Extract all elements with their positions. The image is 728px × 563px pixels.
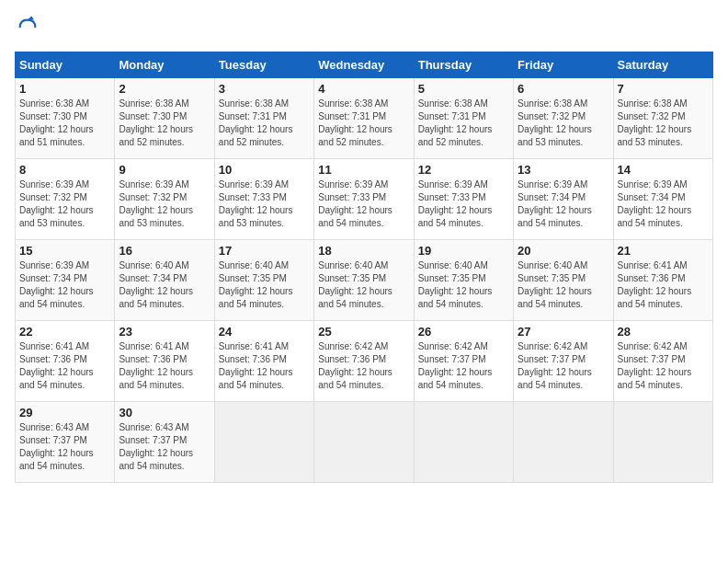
day-number: 27 — [518, 325, 609, 339]
day-details: Sunrise: 6:42 AM Sunset: 7:36 PM Dayligh… — [318, 340, 409, 392]
header-saturday: Saturday — [613, 52, 712, 78]
day-number: 10 — [219, 163, 310, 177]
calendar-day-cell: 17 Sunrise: 6:40 AM Sunset: 7:35 PM Dayl… — [214, 240, 313, 321]
day-details: Sunrise: 6:38 AM Sunset: 7:30 PM Dayligh… — [119, 98, 210, 149]
day-number: 16 — [119, 244, 210, 258]
calendar-day-cell: 29 Sunrise: 6:43 AM Sunset: 7:37 PM Dayl… — [16, 402, 115, 483]
day-details: Sunrise: 6:38 AM Sunset: 7:31 PM Dayligh… — [418, 98, 509, 149]
calendar-day-cell: 25 Sunrise: 6:42 AM Sunset: 7:36 PM Dayl… — [314, 321, 414, 402]
page-header — [15, 15, 713, 40]
day-number: 5 — [418, 82, 509, 96]
day-details: Sunrise: 6:40 AM Sunset: 7:35 PM Dayligh… — [418, 259, 509, 311]
day-details: Sunrise: 6:38 AM Sunset: 7:31 PM Dayligh… — [219, 98, 310, 149]
header-friday: Friday — [514, 52, 613, 78]
header-thursday: Thursday — [414, 52, 513, 78]
day-details: Sunrise: 6:42 AM Sunset: 7:37 PM Dayligh… — [618, 340, 709, 392]
calendar-day-cell: 18 Sunrise: 6:40 AM Sunset: 7:35 PM Dayl… — [314, 240, 414, 321]
calendar-day-cell: 30 Sunrise: 6:43 AM Sunset: 7:37 PM Dayl… — [115, 402, 214, 483]
day-details: Sunrise: 6:38 AM Sunset: 7:31 PM Dayligh… — [318, 98, 409, 149]
day-details: Sunrise: 6:38 AM Sunset: 7:32 PM Dayligh… — [618, 98, 709, 149]
day-number: 25 — [318, 325, 409, 339]
calendar-day-cell: 24 Sunrise: 6:41 AM Sunset: 7:36 PM Dayl… — [214, 321, 313, 402]
calendar-day-cell — [613, 402, 712, 483]
day-details: Sunrise: 6:43 AM Sunset: 7:37 PM Dayligh… — [119, 421, 210, 473]
day-details: Sunrise: 6:40 AM Sunset: 7:34 PM Dayligh… — [119, 259, 210, 311]
day-number: 26 — [418, 325, 509, 339]
calendar-week-row: 15 Sunrise: 6:39 AM Sunset: 7:34 PM Dayl… — [16, 240, 713, 321]
day-number: 2 — [119, 82, 210, 96]
calendar-day-cell: 5 Sunrise: 6:38 AM Sunset: 7:31 PM Dayli… — [414, 78, 513, 159]
calendar-day-cell: 6 Sunrise: 6:38 AM Sunset: 7:32 PM Dayli… — [514, 78, 613, 159]
calendar-day-cell — [314, 402, 414, 483]
calendar-week-row: 1 Sunrise: 6:38 AM Sunset: 7:30 PM Dayli… — [16, 78, 713, 159]
day-details: Sunrise: 6:41 AM Sunset: 7:36 PM Dayligh… — [19, 340, 110, 392]
day-number: 8 — [19, 163, 110, 177]
calendar-day-cell: 9 Sunrise: 6:39 AM Sunset: 7:32 PM Dayli… — [115, 159, 214, 240]
day-number: 13 — [518, 163, 609, 177]
day-number: 15 — [19, 244, 110, 258]
calendar-day-cell: 4 Sunrise: 6:38 AM Sunset: 7:31 PM Dayli… — [314, 78, 414, 159]
day-details: Sunrise: 6:41 AM Sunset: 7:36 PM Dayligh… — [618, 259, 709, 311]
calendar-day-cell — [214, 402, 313, 483]
day-number: 20 — [518, 244, 609, 258]
day-details: Sunrise: 6:40 AM Sunset: 7:35 PM Dayligh… — [318, 259, 409, 311]
calendar-day-cell: 10 Sunrise: 6:39 AM Sunset: 7:33 PM Dayl… — [214, 159, 313, 240]
day-details: Sunrise: 6:41 AM Sunset: 7:36 PM Dayligh… — [119, 340, 210, 392]
calendar-day-cell: 14 Sunrise: 6:39 AM Sunset: 7:34 PM Dayl… — [613, 159, 712, 240]
day-number: 4 — [318, 82, 409, 96]
day-number: 24 — [219, 325, 310, 339]
calendar-week-row: 8 Sunrise: 6:39 AM Sunset: 7:32 PM Dayli… — [16, 159, 713, 240]
calendar-day-cell: 23 Sunrise: 6:41 AM Sunset: 7:36 PM Dayl… — [115, 321, 214, 402]
day-number: 18 — [318, 244, 409, 258]
day-number: 9 — [119, 163, 210, 177]
day-details: Sunrise: 6:41 AM Sunset: 7:36 PM Dayligh… — [219, 340, 310, 392]
day-number: 22 — [19, 325, 110, 339]
day-details: Sunrise: 6:39 AM Sunset: 7:33 PM Dayligh… — [318, 178, 409, 230]
calendar-day-cell: 20 Sunrise: 6:40 AM Sunset: 7:35 PM Dayl… — [514, 240, 613, 321]
logo — [15, 15, 42, 40]
calendar-table: Sunday Monday Tuesday Wednesday Thursday… — [15, 52, 713, 483]
day-number: 3 — [219, 82, 310, 96]
calendar-day-cell: 3 Sunrise: 6:38 AM Sunset: 7:31 PM Dayli… — [214, 78, 313, 159]
day-number: 14 — [618, 163, 709, 177]
calendar-day-cell: 12 Sunrise: 6:39 AM Sunset: 7:33 PM Dayl… — [414, 159, 513, 240]
day-number: 28 — [618, 325, 709, 339]
day-details: Sunrise: 6:43 AM Sunset: 7:37 PM Dayligh… — [19, 421, 110, 473]
day-details: Sunrise: 6:39 AM Sunset: 7:33 PM Dayligh… — [219, 178, 310, 230]
header-tuesday: Tuesday — [214, 52, 313, 78]
calendar-day-cell: 28 Sunrise: 6:42 AM Sunset: 7:37 PM Dayl… — [613, 321, 712, 402]
header-monday: Monday — [115, 52, 214, 78]
calendar-day-cell: 19 Sunrise: 6:40 AM Sunset: 7:35 PM Dayl… — [414, 240, 513, 321]
day-number: 30 — [119, 406, 210, 419]
day-details: Sunrise: 6:38 AM Sunset: 7:30 PM Dayligh… — [19, 98, 110, 149]
calendar-day-cell: 11 Sunrise: 6:39 AM Sunset: 7:33 PM Dayl… — [314, 159, 414, 240]
calendar-day-cell: 15 Sunrise: 6:39 AM Sunset: 7:34 PM Dayl… — [16, 240, 115, 321]
calendar-day-cell: 16 Sunrise: 6:40 AM Sunset: 7:34 PM Dayl… — [115, 240, 214, 321]
day-details: Sunrise: 6:39 AM Sunset: 7:34 PM Dayligh… — [518, 178, 609, 230]
day-number: 6 — [518, 82, 609, 96]
day-details: Sunrise: 6:40 AM Sunset: 7:35 PM Dayligh… — [518, 259, 609, 311]
calendar-day-cell — [414, 402, 513, 483]
header-wednesday: Wednesday — [314, 52, 414, 78]
calendar-day-cell: 1 Sunrise: 6:38 AM Sunset: 7:30 PM Dayli… — [16, 78, 115, 159]
day-number: 17 — [219, 244, 310, 258]
day-number: 29 — [19, 406, 110, 419]
calendar-day-cell — [514, 402, 613, 483]
logo-icon — [15, 15, 40, 40]
day-number: 23 — [119, 325, 210, 339]
day-details: Sunrise: 6:42 AM Sunset: 7:37 PM Dayligh… — [418, 340, 509, 392]
calendar-day-cell: 8 Sunrise: 6:39 AM Sunset: 7:32 PM Dayli… — [16, 159, 115, 240]
day-details: Sunrise: 6:39 AM Sunset: 7:32 PM Dayligh… — [19, 178, 110, 230]
calendar-day-cell: 13 Sunrise: 6:39 AM Sunset: 7:34 PM Dayl… — [514, 159, 613, 240]
header-sunday: Sunday — [16, 52, 115, 78]
calendar-day-cell: 21 Sunrise: 6:41 AM Sunset: 7:36 PM Dayl… — [613, 240, 712, 321]
day-details: Sunrise: 6:39 AM Sunset: 7:32 PM Dayligh… — [119, 178, 210, 230]
day-details: Sunrise: 6:38 AM Sunset: 7:32 PM Dayligh… — [518, 98, 609, 149]
day-details: Sunrise: 6:39 AM Sunset: 7:34 PM Dayligh… — [618, 178, 709, 230]
day-details: Sunrise: 6:42 AM Sunset: 7:37 PM Dayligh… — [518, 340, 609, 392]
day-number: 12 — [418, 163, 509, 177]
day-number: 1 — [19, 82, 110, 96]
calendar-week-row: 22 Sunrise: 6:41 AM Sunset: 7:36 PM Dayl… — [16, 321, 713, 402]
day-number: 19 — [418, 244, 509, 258]
day-number: 7 — [618, 82, 709, 96]
